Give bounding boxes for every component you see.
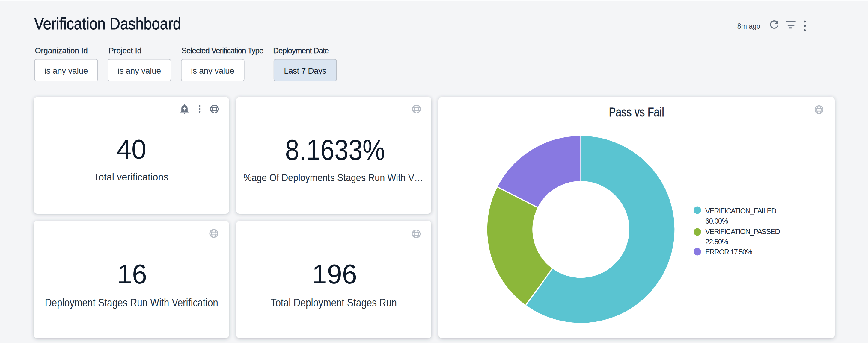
svg-text:196: 196 <box>312 259 357 289</box>
svg-text:8.1633%: 8.1633% <box>285 134 385 166</box>
svg-text:40: 40 <box>116 134 146 164</box>
svg-text:Project Id: Project Id <box>108 46 142 55</box>
svg-text:Last 7 Days: Last 7 Days <box>284 66 327 75</box>
svg-text:is any value: is any value <box>191 66 235 75</box>
svg-text:VERIFICATION_PASSED: VERIFICATION_PASSED <box>705 228 780 236</box>
svg-text:Total verifications: Total verifications <box>94 171 168 182</box>
svg-text:Pass vs Fail: Pass vs Fail <box>609 105 664 119</box>
svg-text:Deployment Date: Deployment Date <box>273 46 329 55</box>
svg-text:Verification Dashboard: Verification Dashboard <box>34 14 181 33</box>
svg-text:is any value: is any value <box>118 66 161 75</box>
svg-text:is any value: is any value <box>45 66 88 75</box>
svg-text:Selected Verification Type: Selected Verification Type <box>182 46 264 55</box>
svg-text:Organization Id: Organization Id <box>35 46 88 55</box>
svg-text:Deployment Stages Run With Ver: Deployment Stages Run With Verification <box>45 297 218 309</box>
svg-text:60.00%: 60.00% <box>705 217 728 225</box>
svg-text:8m ago: 8m ago <box>737 22 761 31</box>
svg-text:22.50%: 22.50% <box>705 238 728 246</box>
svg-text:%age Of Deployments Stages Run: %age Of Deployments Stages Run With V… <box>244 172 424 183</box>
svg-text:Total Deployment Stages Run: Total Deployment Stages Run <box>271 297 397 309</box>
svg-text:ERROR 17.50%: ERROR 17.50% <box>705 248 752 256</box>
svg-text:16: 16 <box>117 259 147 289</box>
svg-text:VERIFICATION_FAILED: VERIFICATION_FAILED <box>705 207 777 215</box>
